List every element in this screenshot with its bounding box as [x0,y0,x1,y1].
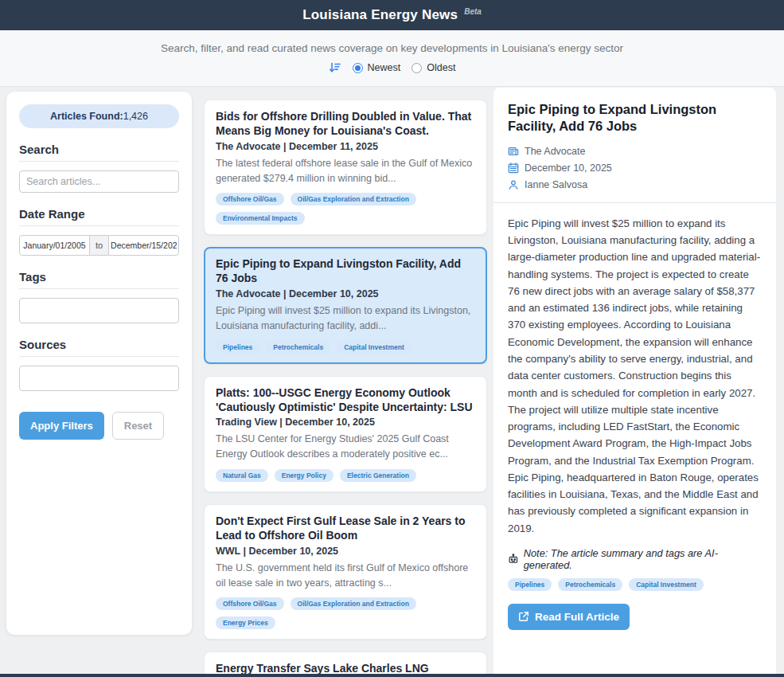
article-card-summary: The latest federal offshore lease sale i… [216,156,475,186]
reset-button[interactable]: Reset [112,412,164,440]
article-card-summary: Epic Piping will invest $25 million to e… [216,303,475,334]
meta-separator: | [244,546,247,557]
robot-icon [508,554,519,565]
app-header: Louisiana Energy News Beta [0,0,784,30]
detail-author: Ianne Salvosa [525,179,587,190]
detail-source: The Advocate [525,146,585,157]
article-card-tags: Offshore Oil/GasOil/Gas Exploration and … [216,193,475,225]
article-card-date: December 10, 2025 [289,288,379,299]
detail-date: December 10, 2025 [525,162,612,174]
page: Louisiana Energy News Beta Search, filte… [0,0,784,677]
detail-author-row: Ianne Salvosa [508,179,762,190]
person-icon [508,179,519,190]
beta-badge: Beta [464,7,482,16]
detail-title: Epic Piping to Expand Livingston Facilit… [508,101,762,135]
date-to-label: to [90,235,108,256]
article-card-tags: Offshore Oil/GasOil/Gas Exploration and … [216,597,475,629]
date-range-heading: Date Range [19,207,179,221]
article-card-title: Epic Piping to Expand Livingston Facilit… [216,257,475,286]
app-subtitle: Search, filter, and read curated news co… [0,42,784,54]
articles-found-badge: Articles Found:1,426 [19,104,179,128]
sort-oldest-radio[interactable]: Oldest [412,62,455,73]
read-full-article-button[interactable]: Read Full Article [508,604,630,630]
apply-filters-button[interactable]: Apply Filters [19,412,104,440]
meta-separator: | [283,141,287,152]
date-from-input[interactable] [19,235,90,256]
article-card-title: Platts: 100--USGC Energy Economy Outlook… [216,386,475,415]
detail-source-row: The Advocate [508,146,762,157]
article-card-source: The Advocate [216,141,281,152]
date-to-input[interactable] [108,235,179,256]
article-card[interactable]: Don't Expect First Gulf Lease Sale in 2 … [204,504,487,640]
articles-found-count: 1,426 [123,111,148,122]
sources-heading: Sources [19,338,179,351]
tag-pill: Environmental Impacts [216,212,305,225]
sort-oldest-label: Oldest [427,62,455,73]
article-card-tags: PipelinesPetrochemicalsCapital Investmen… [216,341,475,354]
ai-note-text: Note: The article summary and tags are A… [524,547,762,571]
meta-separator: | [283,288,287,299]
article-card-title: Bids for Offshore Drilling Doubled in Va… [216,110,475,139]
read-full-article-label: Read Full Article [535,611,619,623]
search-input[interactable] [19,170,179,193]
article-card-summary: The LSU Center for Energy Studies' 2025 … [216,432,475,462]
article-card[interactable]: Bids for Offshore Drilling Doubled in Va… [204,100,487,235]
filter-sidebar: Articles Found:1,426 Search Date Range t… [6,92,192,635]
calendar-icon [508,162,519,174]
article-card-meta: WWL | December 10, 2025 [216,546,475,557]
sources-input[interactable] [19,366,179,391]
divider [493,202,776,203]
tag-pill: Petrochemicals [266,341,330,354]
newspaper-icon [508,146,519,157]
date-range-row: to [19,235,179,256]
article-card[interactable]: Platts: 100--USGC Energy Economy Outlook… [204,376,487,492]
article-card-date: December 11, 2025 [289,141,378,152]
sort-descending-icon [329,61,341,74]
detail-tags: PipelinesPetrochemicalsCapital Investmen… [508,578,762,591]
tag-pill: Energy Prices [216,616,275,629]
article-card-source: WWL [216,546,240,557]
article-card-source: Trading View [216,417,277,428]
search-heading: Search [19,143,179,156]
tags-heading: Tags [19,270,179,284]
sort-newest-radio[interactable]: Newest [353,62,401,73]
detail-date-row: December 10, 2025 [508,162,762,174]
tag-pill: Electric Generation [340,469,416,482]
sort-controls: Newest Oldest [0,61,784,74]
sort-newest-label: Newest [368,62,401,73]
article-card-meta: The Advocate | December 10, 2025 [216,288,475,299]
articles-found-label: Articles Found: [50,111,123,122]
radio-dot [353,63,363,73]
article-card-date: December 10, 2025 [248,546,338,557]
article-list[interactable]: Bids for Offshore Drilling Doubled in Va… [204,100,487,677]
article-card-summary: The U.S. government held its first Gulf … [216,561,475,591]
tag-pill: Pipelines [508,578,552,591]
article-card-meta: Trading View | December 10, 2025 [216,417,475,428]
article-card-meta: The Advocate | December 11, 2025 [216,141,475,152]
tags-input[interactable] [19,298,179,323]
ai-note-row: Note: The article summary and tags are A… [508,547,762,571]
divider [19,288,179,289]
tag-pill: Oil/Gas Exploration and Extraction [291,597,416,610]
app-title: Louisiana Energy News [302,7,458,23]
tag-pill: Natural Gas [216,469,268,482]
divider [19,161,179,162]
tag-pill: Capital Investment [337,341,412,354]
radio-dot [412,63,422,73]
tag-pill: Energy Policy [275,469,333,482]
external-link-icon [518,611,529,622]
article-card-source: The Advocate [216,288,281,299]
tag-pill: Pipelines [216,341,259,354]
divider [19,225,179,226]
divider [19,356,179,357]
filter-buttons: Apply Filters Reset [19,412,179,440]
detail-body: Epic Piping will invest $25 million to e… [508,215,762,537]
article-card[interactable]: Epic Piping to Expand Livingston Facilit… [204,247,487,363]
tag-pill: Offshore Oil/Gas [216,193,284,205]
meta-separator: | [279,417,283,428]
article-card-date: December 10, 2025 [285,417,375,428]
footer-strip [0,674,784,677]
tag-pill: Oil/Gas Exploration and Extraction [291,193,416,205]
article-detail-panel: Epic Piping to Expand Livingston Facilit… [493,88,776,674]
tag-pill: Petrochemicals [558,578,622,591]
